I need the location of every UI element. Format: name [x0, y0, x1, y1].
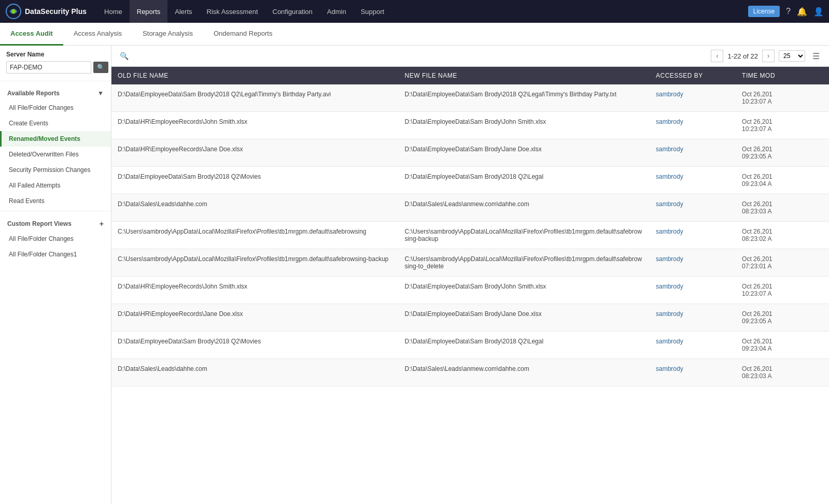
- bell-icon[interactable]: 🔔: [797, 7, 807, 17]
- top-navigation: DataSecurity Plus Home Reports Alerts Ri…: [0, 0, 829, 23]
- tab-access-analysis[interactable]: Access Analysis: [63, 23, 132, 46]
- sidebar-item-custom-1[interactable]: All File/Folder Changes: [0, 231, 111, 247]
- sidebar-item-all-failed[interactable]: All Failed Attempts: [0, 178, 111, 193]
- nav-alerts[interactable]: Alerts: [167, 0, 199, 23]
- user-icon[interactable]: 👤: [813, 7, 824, 17]
- cell-old-file-name: D:\Data\HR\EmployeeRecords\Jane Doe.xlsx: [111, 304, 399, 332]
- divider-1: [0, 81, 111, 81]
- sidebar: Server Name 🔍 Available Reports ▼ All Fi…: [0, 46, 111, 504]
- toolbar: 🔍 ‹ 1-22 of 22 › 25 50 100 ☰: [111, 46, 829, 67]
- help-icon[interactable]: ?: [786, 7, 791, 16]
- table-body: D:\Data\EmployeeData\Sam Brody\2018 Q2\L…: [111, 84, 829, 386]
- table-header-row: OLD FILE NAME NEW FILE NAME ACCESSED BY …: [111, 67, 829, 84]
- sidebar-item-custom-2[interactable]: All File/Folder Changes1: [0, 247, 111, 262]
- cell-accessed-by: sambrody: [650, 112, 736, 139]
- license-button[interactable]: License: [748, 6, 780, 17]
- nav-support[interactable]: Support: [354, 0, 392, 23]
- sub-navigation: Access Audit Access Analysis Storage Ana…: [0, 23, 829, 46]
- table-container: OLD FILE NAME NEW FILE NAME ACCESSED BY …: [111, 67, 829, 504]
- cell-accessed-by: sambrody: [650, 167, 736, 194]
- col-old-file-name: OLD FILE NAME: [111, 67, 399, 84]
- cell-new-file-name: D:\Data\Sales\Leads\anmew.com\dahhe.com: [399, 359, 650, 386]
- cell-new-file-name: D:\Data\EmployeeData\Sam Brody\Jane Doe.…: [399, 139, 650, 167]
- cell-time-modified: Oct 26,201 10:23:07 A: [736, 84, 829, 112]
- tab-ondemand-reports[interactable]: Ondemand Reports: [203, 23, 283, 46]
- cell-old-file-name: C:\Users\sambrody\AppData\Local\Mozilla\…: [111, 222, 399, 249]
- cell-old-file-name: D:\Data\HR\EmployeeRecords\Jane Doe.xlsx: [111, 139, 399, 167]
- cell-time-modified: Oct 26,201 10:23:07 A: [736, 277, 829, 304]
- cell-accessed-by: sambrody: [650, 304, 736, 332]
- cell-old-file-name: D:\Data\HR\EmployeeRecords\John Smith.xl…: [111, 112, 399, 139]
- cell-new-file-name: D:\Data\EmployeeData\Sam Brody\2018 Q2\L…: [399, 332, 650, 359]
- top-nav-links: Home Reports Alerts Risk Assessment Conf…: [97, 0, 748, 23]
- divider-2: [0, 211, 111, 211]
- table-row: D:\Data\Sales\Leads\dahhe.comD:\Data\Sal…: [111, 194, 829, 222]
- cell-time-modified: Oct 26,201 09:23:05 A: [736, 304, 829, 332]
- page-size-select[interactable]: 25 50 100: [779, 50, 805, 62]
- cell-new-file-name: C:\Users\sambrody\AppData\Local\Mozilla\…: [399, 222, 650, 249]
- events-table: OLD FILE NAME NEW FILE NAME ACCESSED BY …: [111, 67, 829, 386]
- cell-old-file-name: D:\Data\Sales\Leads\dahhe.com: [111, 359, 399, 386]
- top-nav-right: License ? 🔔 👤: [748, 6, 824, 17]
- cell-old-file-name: C:\Users\sambrody\AppData\Local\Mozilla\…: [111, 249, 399, 277]
- table-row: D:\Data\EmployeeData\Sam Brody\2018 Q2\L…: [111, 84, 829, 112]
- sidebar-item-all-file-folder[interactable]: All File/Folder Changes: [0, 100, 111, 116]
- cell-new-file-name: D:\Data\EmployeeData\Sam Brody\John Smit…: [399, 277, 650, 304]
- col-time-mod: TIME MOD: [736, 67, 829, 84]
- pagination-info: 1-22 of 22: [727, 52, 758, 60]
- cell-new-file-name: D:\Data\EmployeeData\Sam Brody\John Smit…: [399, 112, 650, 139]
- server-search-button[interactable]: 🔍: [93, 62, 108, 73]
- nav-risk-assessment[interactable]: Risk Assessment: [200, 0, 265, 23]
- table-row: C:\Users\sambrody\AppData\Local\Mozilla\…: [111, 222, 829, 249]
- table-row: D:\Data\HR\EmployeeRecords\John Smith.xl…: [111, 277, 829, 304]
- sidebar-item-read-events[interactable]: Read Events: [0, 193, 111, 209]
- cell-old-file-name: D:\Data\EmployeeData\Sam Brody\2018 Q2\M…: [111, 332, 399, 359]
- search-icon[interactable]: 🔍: [118, 50, 131, 62]
- main-content: 🔍 ‹ 1-22 of 22 › 25 50 100 ☰ OLD FILE NA…: [111, 46, 829, 504]
- cell-accessed-by: sambrody: [650, 194, 736, 222]
- brand-name: DataSecurity Plus: [25, 7, 87, 16]
- cell-old-file-name: D:\Data\HR\EmployeeRecords\John Smith.xl…: [111, 277, 399, 304]
- cell-new-file-name: D:\Data\EmployeeData\Sam Brody\2018 Q2\L…: [399, 84, 650, 112]
- cell-time-modified: Oct 26,201 09:23:04 A: [736, 332, 829, 359]
- cell-old-file-name: D:\Data\EmployeeData\Sam Brody\2018 Q2\M…: [111, 167, 399, 194]
- nav-reports[interactable]: Reports: [130, 0, 168, 23]
- sidebar-item-create-events[interactable]: Create Events: [0, 116, 111, 131]
- table-row: D:\Data\HR\EmployeeRecords\Jane Doe.xlsx…: [111, 304, 829, 332]
- table-row: D:\Data\HR\EmployeeRecords\John Smith.xl…: [111, 112, 829, 139]
- cell-accessed-by: sambrody: [650, 359, 736, 386]
- sidebar-item-deleted-overwritten[interactable]: Deleted/Overwritten Files: [0, 147, 111, 162]
- table-row: D:\Data\EmployeeData\Sam Brody\2018 Q2\M…: [111, 167, 829, 194]
- tab-storage-analysis[interactable]: Storage Analysis: [132, 23, 203, 46]
- table-row: D:\Data\HR\EmployeeRecords\Jane Doe.xlsx…: [111, 139, 829, 167]
- server-name-section: Server Name 🔍: [0, 46, 111, 79]
- cell-accessed-by: sambrody: [650, 249, 736, 277]
- columns-settings-icon[interactable]: ☰: [809, 50, 823, 62]
- cell-time-modified: Oct 26,201 09:23:04 A: [736, 167, 829, 194]
- cell-accessed-by: sambrody: [650, 332, 736, 359]
- sidebar-item-renamed-moved[interactable]: Renamed/Moved Events: [0, 131, 111, 147]
- prev-page-button[interactable]: ‹: [711, 50, 723, 62]
- table-row: D:\Data\Sales\Leads\dahhe.comD:\Data\Sal…: [111, 359, 829, 386]
- brand-logo-area: DataSecurity Plus: [5, 3, 87, 20]
- nav-configuration[interactable]: Configuration: [265, 0, 320, 23]
- next-page-button[interactable]: ›: [762, 50, 775, 62]
- nav-admin[interactable]: Admin: [320, 0, 354, 23]
- main-layout: Server Name 🔍 Available Reports ▼ All Fi…: [0, 46, 829, 504]
- cell-time-modified: Oct 26,201 07:23:01 A: [736, 249, 829, 277]
- sidebar-item-security-permission[interactable]: Security Permission Changes: [0, 162, 111, 178]
- cell-accessed-by: sambrody: [650, 139, 736, 167]
- cell-time-modified: Oct 26,201 08:23:03 A: [736, 359, 829, 386]
- cell-new-file-name: D:\Data\EmployeeData\Sam Brody\2018 Q2\L…: [399, 167, 650, 194]
- add-custom-report-button[interactable]: +: [100, 220, 104, 228]
- cell-time-modified: Oct 26,201 09:23:05 A: [736, 139, 829, 167]
- cell-new-file-name: D:\Data\Sales\Leads\anmew.com\dahhe.com: [399, 194, 650, 222]
- cell-old-file-name: D:\Data\Sales\Leads\dahhe.com: [111, 194, 399, 222]
- nav-home[interactable]: Home: [97, 0, 130, 23]
- server-name-input[interactable]: [6, 61, 91, 74]
- tab-access-audit[interactable]: Access Audit: [0, 23, 63, 46]
- cell-accessed-by: sambrody: [650, 277, 736, 304]
- available-reports-header: Available Reports ▼: [0, 83, 111, 100]
- cell-time-modified: Oct 26,201 08:23:02 A: [736, 222, 829, 249]
- cell-old-file-name: D:\Data\EmployeeData\Sam Brody\2018 Q2\L…: [111, 84, 399, 112]
